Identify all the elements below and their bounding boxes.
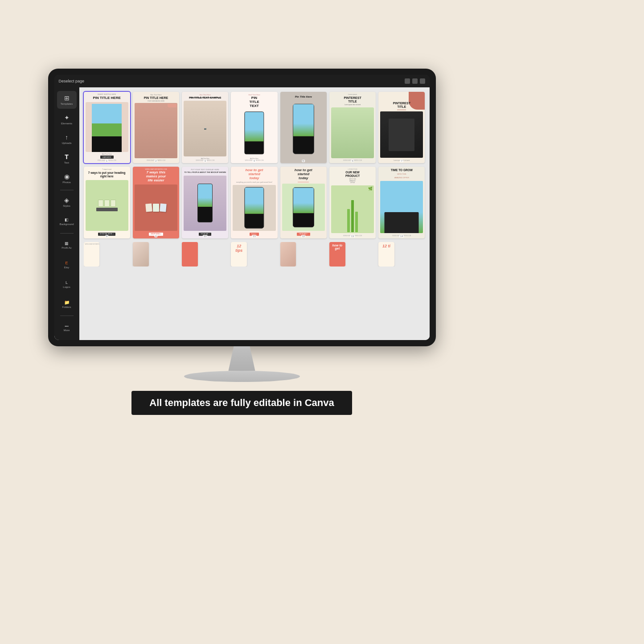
- styles-icon: ◈: [64, 197, 69, 204]
- monitor-outer: Deselect page ⊞ Templates: [48, 69, 436, 346]
- card-num-7: 7: [400, 160, 403, 162]
- template-card-2[interactable]: See Text Here PIN TITLE HERE YOUR SUBHEA…: [133, 92, 179, 163]
- elements-icon: ✦: [64, 114, 70, 121]
- template-row-1: INSERT SUBTITLE HERE PIN TITLE HERE: [84, 92, 425, 163]
- card-num-2: 2: [154, 160, 157, 162]
- monitor: Deselect page ⊞ Templates: [48, 69, 436, 382]
- banner-text: All templates are fully editable in Canv…: [149, 397, 334, 408]
- sidebar-item-etsy[interactable]: E Etsy: [57, 256, 77, 274]
- card-num-11: 11: [252, 235, 257, 238]
- template-card-21[interactable]: 12 ti: [378, 242, 394, 267]
- card-num-8: 8: [105, 235, 108, 238]
- templates-icon: ⊞: [64, 94, 70, 102]
- template-card-9[interactable]: WWW.HEATHERFARRIS.COM 7 ways thismakes y…: [133, 167, 179, 238]
- profit-icon: ▦: [65, 241, 69, 246]
- etsy-icon: E: [65, 261, 68, 265]
- sidebar-item-folders[interactable]: 📁 Folders: [57, 295, 77, 313]
- sidebar-item-text[interactable]: T Text: [57, 150, 77, 168]
- sidebar-label-etsy: Etsy: [64, 266, 70, 269]
- template-card-10[interactable]: PUT YOUR TEXT OVERLAY HERE TO TELL PEOPL…: [182, 167, 228, 238]
- template-card-17[interactable]: [182, 242, 198, 267]
- card-num-1: 1: [105, 160, 108, 162]
- card-num-12: 12: [301, 235, 306, 238]
- template-row-3: WWW.HEATHERFARRIS.COM: [84, 242, 425, 267]
- card-num-9: 9: [154, 235, 157, 238]
- sidebar-item-elements[interactable]: ✦ Elements: [57, 111, 77, 128]
- bottom-banner: All templates are fully editable in Canv…: [131, 391, 352, 415]
- template-card-16[interactable]: [133, 242, 149, 267]
- card-num-3: 3: [204, 160, 207, 162]
- text-icon: T: [65, 153, 69, 160]
- page-wrapper: Deselect page ⊞ Templates: [48, 69, 436, 415]
- sidebar-item-logos[interactable]: L Logos: [57, 275, 77, 293]
- template-card-12[interactable]: how to getstartedtoday I'M READY !: [280, 167, 327, 238]
- photos-icon: ◉: [64, 173, 70, 180]
- sidebar-item-photos[interactable]: ◉ Photos: [57, 169, 77, 187]
- sidebar-divider-2: [60, 233, 74, 234]
- template-row-2: 7 ways to put 7 ways to put your heading…: [84, 167, 425, 238]
- canva-header: Deselect page: [54, 75, 430, 87]
- sidebar-item-more[interactable]: ••• More: [57, 319, 77, 336]
- sidebar-label-background: Background: [59, 223, 74, 226]
- sidebar-item-templates[interactable]: ⊞ Templates: [57, 91, 77, 109]
- sidebar-label-elements: Elements: [61, 122, 72, 125]
- header-icon-delete[interactable]: [420, 78, 425, 84]
- card-num-5: 5: [302, 160, 305, 162]
- header-icon-copy[interactable]: [412, 78, 418, 84]
- template-card-3[interactable]: See Text Here PIN TITLE TEXT SAMPLE 📷 Ad…: [182, 92, 228, 163]
- template-card-19[interactable]: [280, 242, 296, 267]
- sidebar-item-background[interactable]: ◧ Background: [57, 213, 77, 230]
- logos-icon: L: [66, 280, 68, 285]
- sidebar-label-styles: Styles: [63, 205, 70, 207]
- sidebar-item-styles[interactable]: ◈ Styles: [57, 193, 77, 211]
- sidebar: ⊞ Templates ✦ Elements ↑ Uploads T: [54, 87, 79, 340]
- card-num-6: 6: [351, 160, 354, 162]
- template-card-20[interactable]: how to get: [329, 242, 345, 267]
- sidebar-label-text: Text: [64, 161, 69, 164]
- header-icon-share[interactable]: [405, 78, 410, 84]
- sidebar-label-uploads: Uploads: [62, 142, 71, 144]
- folders-icon: 📁: [64, 300, 70, 305]
- template-card-15[interactable]: WWW.HEATHERFARRIS.COM: [84, 242, 100, 267]
- card-num-4: 4: [253, 160, 256, 162]
- template-card-5[interactable]: Pin Title Here Add 5: [280, 92, 327, 163]
- sidebar-label-photos: Photos: [62, 181, 71, 184]
- canva-body: ⊞ Templates ✦ Elements ↑ Uploads T: [54, 87, 430, 340]
- template-card-14[interactable]: TIME TO GROWWITH THISAMAZING OFFER WWW.H…: [378, 167, 425, 238]
- background-icon: ◧: [65, 217, 69, 222]
- sidebar-label-folders: Folders: [62, 306, 71, 308]
- header-icons: [405, 78, 425, 84]
- card-num-10: 10: [203, 235, 208, 238]
- monitor-screen: Deselect page ⊞ Templates: [54, 75, 430, 340]
- sidebar-label-logos: Logos: [63, 286, 70, 288]
- more-icon: •••: [65, 324, 68, 328]
- template-card-13[interactable]: Lorem ipsum OUR NEWPRODUCT WITH THISAMAZ…: [329, 167, 376, 238]
- card-num-14: 14: [399, 235, 404, 238]
- template-card-4[interactable]: Serif Text Here PINTITLETEXT Add Text He…: [231, 92, 277, 163]
- stand-neck: [215, 346, 269, 371]
- sidebar-divider-1: [60, 190, 74, 190]
- monitor-stand: [48, 346, 436, 382]
- sidebar-divider-3: [60, 316, 74, 316]
- stand-base: [184, 371, 300, 382]
- sidebar-item-profit[interactable]: ▦ Profit Ac: [57, 236, 77, 254]
- template-card-1[interactable]: INSERT SUBTITLE HERE PIN TITLE HERE: [84, 92, 130, 163]
- deselect-label: Deselect page: [59, 79, 401, 83]
- template-card-7[interactable]: PINTERESTTITLE Lorem ipsum dolor sit ame…: [378, 92, 425, 163]
- template-card-18[interactable]: 12 tips: [231, 242, 247, 267]
- sidebar-label-more: More: [64, 329, 70, 332]
- template-card-8[interactable]: 7 ways to put 7 ways to put your heading…: [84, 167, 130, 238]
- canvas-area: INSERT SUBTITLE HERE PIN TITLE HERE: [79, 87, 430, 340]
- uploads-icon: ↑: [65, 134, 68, 141]
- template-card-6[interactable]: Lorem ipsum PINTERESTTITLE Lorem ipsum d…: [329, 92, 376, 163]
- sidebar-item-uploads[interactable]: ↑ Uploads: [57, 130, 77, 148]
- card-num-13: 13: [350, 235, 355, 238]
- sidebar-label-profit: Profit Ac: [62, 246, 71, 249]
- sidebar-label-templates: Templates: [61, 103, 73, 105]
- template-card-11[interactable]: how to getstartedtoday everything you ne…: [231, 167, 277, 238]
- learn-more-btn[interactable]: LEARN MORE: [100, 156, 114, 159]
